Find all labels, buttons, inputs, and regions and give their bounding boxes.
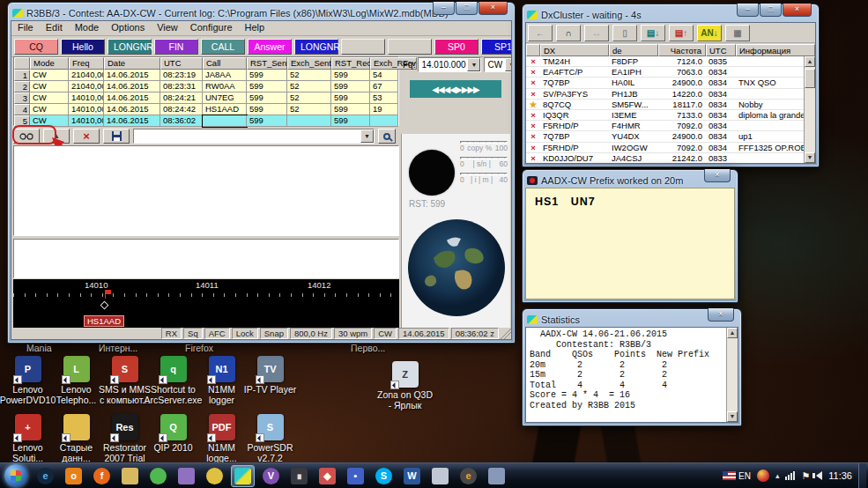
lookup-button[interactable] xyxy=(378,129,396,144)
chevron-down-icon[interactable]: ▼ xyxy=(360,129,374,143)
macro-button[interactable]: CALL xyxy=(201,39,245,55)
tx-pane[interactable] xyxy=(13,239,399,278)
dx-spot-row[interactable]: × 7Q7BP HA0IL 24900.0 0834 TNX QSO xyxy=(526,78,815,88)
scroll-up-icon[interactable]: ▲ xyxy=(805,56,815,67)
macro-button[interactable]: Answer xyxy=(248,39,292,55)
macro-button[interactable]: Hello xyxy=(61,39,105,55)
macro-button[interactable]: FIN xyxy=(154,39,198,55)
dx-spot-row[interactable]: × F5RHD/P F4HMR 7092.0 0834 xyxy=(526,121,815,131)
taskbar-photoviewer-icon[interactable] xyxy=(174,465,198,487)
macro-button[interactable]: SP0 xyxy=(434,39,479,55)
icon-iptv-player[interactable]: TV IP-TV Player xyxy=(246,356,294,405)
step-right-arrows-icon[interactable]: ▶▶▶▶ xyxy=(456,85,479,94)
scroll-thumb[interactable] xyxy=(805,69,815,88)
status-cell[interactable]: 800,0 Hz xyxy=(290,328,332,339)
page-upload-icon[interactable]: ▤↑ xyxy=(669,25,694,41)
log-row[interactable]: 4 CW 14010,000 14.06.2015 08:24:42 HS1AA… xyxy=(14,104,398,115)
log-row[interactable]: 2 CW 21040,000 14.06.2015 08:23:31 RW0AA… xyxy=(14,81,398,92)
desktop-icon-label[interactable]: Перво... xyxy=(351,343,385,353)
threshold-slider[interactable]: 0| i | m |40 xyxy=(460,173,508,184)
menu-item[interactable]: Mode xyxy=(69,21,106,33)
taskbar-viber-icon[interactable]: V xyxy=(259,465,283,487)
taskbar-backup-icon[interactable]: ▪ xyxy=(344,465,367,487)
taskbar-clock[interactable]: 11:36 xyxy=(828,470,852,481)
icon-powersdr[interactable]: S PowerSDRv2.7.2 xyxy=(246,414,294,463)
taskbar-firefox-icon[interactable]: f xyxy=(90,465,114,487)
taskbar-green-app-icon[interactable] xyxy=(146,465,170,487)
status-cell[interactable]: 30 wpm xyxy=(334,328,372,339)
status-cell[interactable]: RX xyxy=(161,328,182,339)
network-signal-icon[interactable] xyxy=(785,471,795,480)
macro-button[interactable] xyxy=(341,39,385,55)
status-cell[interactable]: 14.06.2015 xyxy=(398,328,449,339)
menu-item[interactable]: Edit xyxy=(40,21,69,33)
close-button[interactable]: × xyxy=(783,4,812,17)
dx-spot-row[interactable]: × TM24H F8DFP 7124.0 0835 xyxy=(526,56,815,67)
taskbar-dark-app-icon[interactable]: ∎ xyxy=(287,465,311,487)
dxcluster-spot-list[interactable]: DX de Частота UTC Информация × TM24H F8D… xyxy=(526,44,815,163)
close-button[interactable]: × xyxy=(708,308,734,322)
macro-button[interactable]: LONGNR xyxy=(294,39,338,55)
status-cell[interactable]: AFC xyxy=(204,328,230,339)
menu-item[interactable]: File xyxy=(11,21,40,33)
page-icon[interactable]: ▯ xyxy=(612,25,637,41)
band-step-arrows-button[interactable]: ◀◀◀◀ ▶▶▶▶ xyxy=(410,80,501,98)
log-table[interactable]: Mode Freq Date UTC Call RST_Sent Exch_Se… xyxy=(13,56,399,126)
log-row[interactable]: 5 CW 14010,000 14.06.2015 08:36:02 599 5… xyxy=(14,115,398,127)
dx-spot-row[interactable]: × EA4FTC/P EA1IPH 7063.0 0834 xyxy=(526,67,815,78)
log-row[interactable]: 1 CW 21040,000 14.06.2015 08:23:19 JA8AA… xyxy=(14,70,398,81)
mode-combobox[interactable]: CW ▼ xyxy=(484,57,512,72)
threshold-slider[interactable]: 0| s/n |60 xyxy=(460,157,508,168)
scroll-down-icon[interactable]: ▼ xyxy=(727,411,738,422)
minimize-button[interactable]: – xyxy=(433,2,455,15)
frequency-combobox[interactable]: 14.010.000 ▼ xyxy=(418,57,481,72)
start-button[interactable] xyxy=(4,464,27,487)
taskbar-mediaplayer-icon[interactable]: o xyxy=(62,465,85,487)
icon-zona-q3d[interactable]: Z Zona on Q3D- Ярлык xyxy=(381,361,429,410)
back-arrow-icon[interactable]: ← xyxy=(528,25,553,41)
macro-button[interactable]: LONGNR xyxy=(108,39,152,55)
taskbar-word-icon[interactable]: W xyxy=(400,465,424,487)
dx-spot-row[interactable]: × SV/PA3FYS PH1JB 14220.0 0834 xyxy=(526,89,815,100)
status-cell[interactable]: CW xyxy=(374,328,397,339)
dxcluster-header[interactable]: DX de Частота UTC Информация xyxy=(526,44,815,56)
taskbar-explorer-icon[interactable] xyxy=(118,465,142,487)
rx-pane[interactable] xyxy=(13,145,399,236)
desktop-icon-label[interactable]: Firefox xyxy=(185,343,213,353)
vertical-scrollbar[interactable]: ▲ ▼ xyxy=(726,328,738,422)
icon-n1mm-logger[interactable]: N1 N1MMlogger xyxy=(197,356,246,405)
minimize-button[interactable]: – xyxy=(737,4,759,17)
tune-cursor[interactable] xyxy=(100,301,109,310)
scroll-up-icon[interactable]: ▲ xyxy=(727,328,738,338)
taskbar-skype-icon[interactable]: S xyxy=(372,465,396,487)
dx-spot-row[interactable]: × 7Q7BP YU4DX 24900.0 0834 up1 xyxy=(526,131,815,142)
waterfall-spectrum[interactable]: 140101401114012 HS1AAD xyxy=(13,279,399,329)
speaker-icon[interactable] xyxy=(816,471,822,480)
status-cell[interactable]: Snap xyxy=(260,328,288,339)
antivirus-tray-icon[interactable] xyxy=(757,470,769,482)
taskbar-game-icon[interactable]: ◆ xyxy=(315,465,339,487)
status-cell[interactable]: Sq xyxy=(183,328,203,339)
menu-item[interactable]: Help xyxy=(239,21,271,33)
language-indicator[interactable]: EN xyxy=(723,471,751,481)
menu-item[interactable]: Options xyxy=(105,21,151,33)
desktop-icon-label[interactable]: Mania xyxy=(26,343,52,353)
macro-button[interactable]: SP1 xyxy=(481,39,512,55)
macro-button[interactable]: CQ xyxy=(14,39,58,55)
chevron-down-icon[interactable]: ▼ xyxy=(505,58,512,71)
save-record-button[interactable] xyxy=(103,129,130,144)
taskbar-mixw-icon[interactable] xyxy=(231,465,255,487)
an-filter-icon[interactable]: AN↓ xyxy=(697,25,722,41)
dx-spot-row[interactable]: × IQ3QR I3EME 7133.0 0834 diploma la gra… xyxy=(526,110,815,121)
menu-item[interactable]: Configure xyxy=(184,21,239,33)
headphones-icon[interactable]: ∩ xyxy=(556,25,581,41)
status-cell[interactable]: Lock xyxy=(232,328,258,339)
terminal-icon[interactable]: ▦ xyxy=(725,25,750,41)
taskbar-app-icon[interactable] xyxy=(428,465,452,487)
resize-grip[interactable] xyxy=(501,328,511,339)
dx-spot-row[interactable]: × F5RHD/P IW2OGW 7092.0 0834 FFF1325 OP.… xyxy=(526,143,815,153)
maximize-button[interactable]: □ xyxy=(760,4,782,17)
threshold-slider[interactable]: 0copy %100 xyxy=(460,141,508,152)
menu-item[interactable]: View xyxy=(151,21,184,33)
tune-flag-marker[interactable] xyxy=(105,290,111,294)
